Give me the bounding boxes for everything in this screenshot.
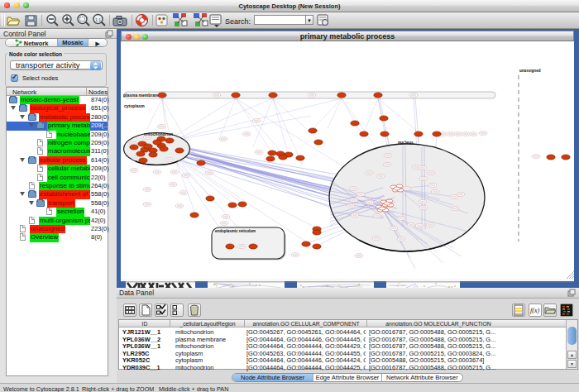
svg-text:plasma membrane: plasma membrane <box>123 93 160 98</box>
svg-text:endoplasmic reticulum: endoplasmic reticulum <box>215 229 256 233</box>
svg-text:unassigned: unassigned <box>519 69 541 73</box>
svg-text:nucleus: nucleus <box>398 140 414 145</box>
svg-text:f(x): f(x) <box>530 307 539 314</box>
svg-text:1:1: 1:1 <box>95 17 101 22</box>
svg-text:cytoplasm: cytoplasm <box>124 103 145 108</box>
